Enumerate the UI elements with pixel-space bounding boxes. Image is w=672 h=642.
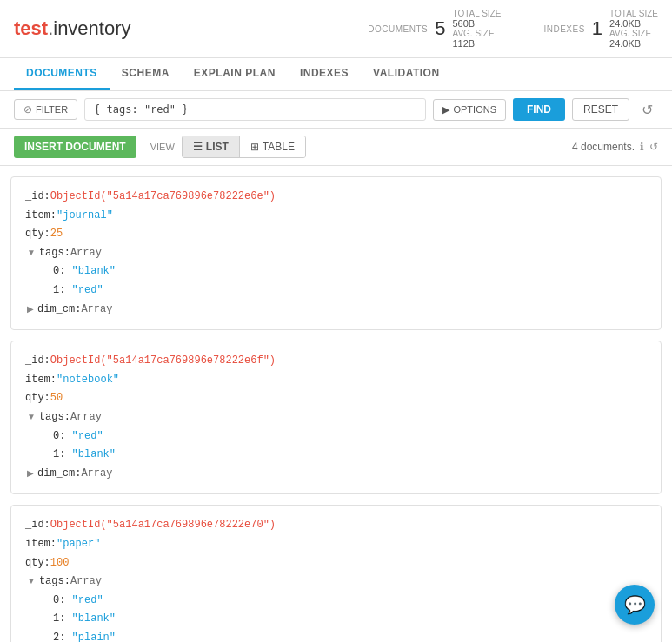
tab-indexes[interactable]: INDEXES	[288, 58, 361, 90]
view-toggle: ☰ LIST ⊞ TABLE	[182, 136, 306, 158]
indexes-stat: INDEXES 1 TOTAL SIZE 24.0KB AVG. SIZE 24…	[543, 9, 658, 49]
tags-expand-button[interactable]: ▼	[25, 248, 37, 257]
indexes-label: INDEXES	[543, 24, 584, 34]
list-item: 0: "red"	[25, 427, 647, 447]
table-label: TABLE	[263, 141, 295, 153]
avg-size-label: AVG. SIZE	[452, 29, 501, 38]
view-label: VIEW	[150, 142, 175, 152]
reset-button[interactable]: RESET	[572, 98, 629, 121]
doc-tags-field: ▼tags: Array	[25, 244, 647, 263]
insert-document-button[interactable]: INSERT DOCUMENT	[14, 136, 136, 158]
tag-value: "blank"	[72, 265, 116, 277]
filter-bar: ⊘ FILTER ▶ OPTIONS FIND RESET ↺	[0, 91, 672, 129]
toolbar: INSERT DOCUMENT VIEW ☰ LIST ⊞ TABLE 4 do…	[0, 129, 672, 166]
doc-card: _id: ObjectId("5a14a17ca769896e78222e70"…	[10, 505, 662, 642]
funnel-icon: ⊘	[23, 103, 32, 116]
documents-count: 5	[435, 17, 445, 40]
tab-schema[interactable]: SCHEMA	[110, 58, 182, 90]
tab-explain-plan[interactable]: EXPLAIN PLAN	[182, 58, 288, 90]
stat-divider	[522, 16, 522, 42]
chat-icon: 💬	[624, 594, 646, 615]
header-stats: DOCUMENTS 5 TOTAL SIZE 560B AVG. SIZE 11…	[368, 9, 658, 49]
logo-test: test	[14, 17, 48, 39]
logo-inventory: inventory	[53, 17, 130, 39]
tab-documents[interactable]: DOCUMENTS	[14, 58, 110, 90]
indexes-avg-size: 24.0KB	[609, 38, 658, 49]
document-count: 4 documents. ℹ ↺	[572, 141, 658, 153]
info-icon[interactable]: ℹ	[640, 141, 644, 153]
history-button[interactable]: ↺	[636, 100, 658, 120]
list-item: 0: "blank"	[25, 262, 647, 281]
tag-index: 0:	[53, 265, 72, 277]
tag-value: "blank"	[72, 448, 116, 460]
doc-tags-field: ▼tags: Array	[25, 573, 647, 592]
documents-area: _id: ObjectId("5a14a17ca769896e78222e6e"…	[0, 166, 672, 642]
documents-avg-size: 112B	[452, 38, 501, 49]
find-button[interactable]: FIND	[513, 98, 565, 121]
doc-card: _id: ObjectId("5a14a17ca769896e78222e6f"…	[10, 341, 662, 494]
total-size-label: TOTAL SIZE	[452, 9, 501, 18]
filter-button[interactable]: ⊘ FILTER	[14, 99, 77, 120]
doc-id-field: _id: ObjectId("5a14a17ca769896e78222e6f"…	[25, 352, 647, 371]
doc-item-field: item: "notebook"	[25, 371, 647, 390]
doc-count-text: 4 documents.	[572, 141, 635, 153]
doc-dimcm-field: ▶dim_cm: Array	[25, 301, 647, 320]
tag-value: "red"	[72, 284, 103, 296]
tag-value: "blank"	[72, 612, 116, 625]
documents-total-size: 560B	[452, 18, 501, 29]
list-item: 0: "red"	[25, 592, 647, 611]
tag-value: "red"	[72, 594, 103, 606]
table-view-button[interactable]: ⊞ TABLE	[240, 136, 305, 157]
options-label: OPTIONS	[453, 104, 496, 115]
options-button[interactable]: ▶ OPTIONS	[433, 99, 506, 121]
documents-label: DOCUMENTS	[368, 24, 428, 34]
dimcm-expand-button[interactable]: ▶	[25, 468, 36, 478]
filter-label: FILTER	[36, 104, 68, 115]
chat-bubble[interactable]: 💬	[615, 585, 655, 625]
indexes-total-size: 24.0KB	[609, 18, 658, 29]
indexes-sub: TOTAL SIZE 24.0KB AVG. SIZE 24.0KB	[609, 9, 658, 49]
tag-value: "plain"	[72, 632, 116, 642]
doc-id-field: _id: ObjectId("5a14a17ca769896e78222e70"…	[25, 516, 647, 535]
tag-value: "red"	[72, 430, 103, 442]
list-item: 1: "red"	[25, 281, 647, 301]
tab-validation[interactable]: VALIDATION	[361, 58, 452, 90]
indexes-avg-size-label: AVG. SIZE	[609, 29, 658, 38]
tag-index: 0:	[53, 594, 72, 606]
indexes-count: 1	[592, 17, 602, 40]
tag-index: 0:	[53, 430, 72, 442]
doc-id-field: _id: ObjectId("5a14a17ca769896e78222e6e"…	[25, 188, 647, 207]
chevron-right-icon: ▶	[442, 104, 449, 116]
logo: test.inventory	[14, 17, 131, 40]
tags-expand-button[interactable]: ▼	[25, 576, 37, 586]
tag-index: 1:	[53, 284, 72, 296]
list-item: 1: "blank"	[25, 446, 647, 465]
doc-item-field: item: "paper"	[25, 535, 647, 554]
tabs: DOCUMENTS SCHEMA EXPLAIN PLAN INDEXES VA…	[0, 58, 672, 91]
tags-expand-button[interactable]: ▼	[25, 412, 37, 421]
doc-item-field: item: "journal"	[25, 207, 647, 226]
documents-sub: TOTAL SIZE 560B AVG. SIZE 112B	[452, 9, 501, 49]
tag-index: 1:	[53, 612, 72, 625]
doc-tags-field: ▼tags: Array	[25, 408, 647, 427]
header: test.inventory DOCUMENTS 5 TOTAL SIZE 56…	[0, 0, 672, 58]
refresh-icon[interactable]: ↺	[649, 141, 658, 153]
dimcm-expand-button[interactable]: ▶	[25, 304, 36, 314]
list-label: LIST	[206, 141, 229, 153]
list-view-button[interactable]: ☰ LIST	[183, 136, 240, 157]
doc-qty-field: qty: 50	[25, 389, 647, 408]
doc-qty-field: qty: 100	[25, 554, 647, 573]
doc-card: _id: ObjectId("5a14a17ca769896e78222e6e"…	[10, 176, 662, 330]
filter-input[interactable]	[84, 98, 426, 121]
table-icon: ⊞	[250, 141, 259, 153]
list-icon: ☰	[193, 141, 203, 153]
doc-dimcm-field: ▶dim_cm: Array	[25, 465, 647, 484]
doc-qty-field: qty: 25	[25, 225, 647, 244]
tag-index: 2:	[53, 632, 72, 642]
list-item: 2: "plain"	[25, 629, 647, 642]
tag-index: 1:	[53, 448, 72, 460]
documents-stat: DOCUMENTS 5 TOTAL SIZE 560B AVG. SIZE 11…	[368, 9, 501, 49]
list-item: 1: "blank"	[25, 610, 647, 629]
indexes-total-size-label: TOTAL SIZE	[609, 9, 658, 18]
